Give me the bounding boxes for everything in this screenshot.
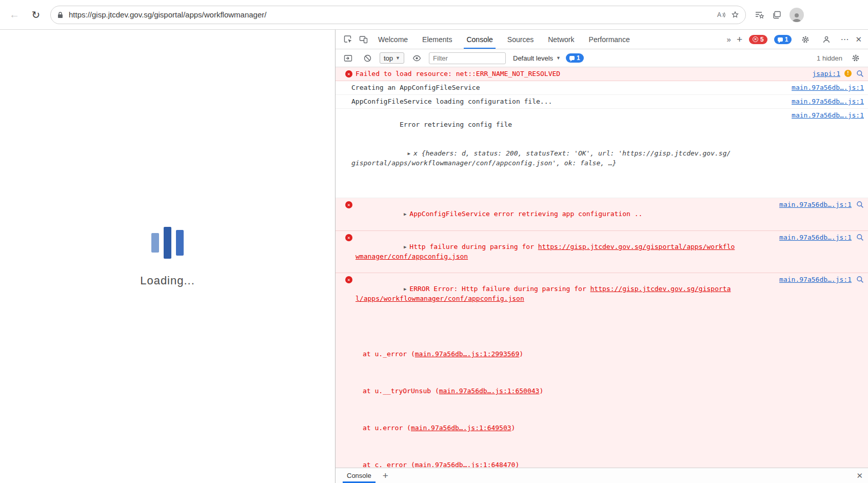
profile-avatar[interactable] xyxy=(790,8,804,22)
expand-caret-icon[interactable]: ▶ xyxy=(404,284,406,294)
stack-frame-link[interactable]: main.97a56db….js:1:650043 xyxy=(439,387,540,395)
drawer-tab-console[interactable]: Console xyxy=(341,468,378,483)
add-drawer-tab-button[interactable]: + xyxy=(383,470,388,481)
message-text: Failed to load resource: net::ERR_NAME_N… xyxy=(356,69,560,79)
tab-performance[interactable]: Performance xyxy=(582,30,637,49)
hidden-messages-label: 1 hidden xyxy=(817,54,842,62)
close-devtools-button[interactable]: ✕ xyxy=(855,35,862,44)
console-settings-gear-icon[interactable] xyxy=(849,51,863,65)
error-circle-icon: ✕ xyxy=(753,36,758,42)
expand-caret-icon[interactable]: ▶ xyxy=(404,242,406,252)
browser-toolbar: ← ↻ A xyxy=(0,0,868,30)
toolbar-issues-badge[interactable]: 1 xyxy=(566,53,584,63)
loading-indicator: Loading... xyxy=(0,225,335,287)
site-info-lock-icon[interactable] xyxy=(57,11,64,18)
close-drawer-button[interactable]: ✕ xyxy=(856,471,863,480)
refresh-icon[interactable]: ↻ xyxy=(29,8,43,22)
context-selector[interactable]: top ▼ xyxy=(380,52,404,64)
tab-console[interactable]: Console xyxy=(460,30,499,49)
source-link[interactable]: main.97a56db….js:1 xyxy=(779,200,852,209)
error-icon: ✕ xyxy=(345,276,352,283)
console-message-row: ✕ Failed to load resource: net::ERR_NAME… xyxy=(336,67,868,81)
message-text: ▶Http failure during parsing for https:/… xyxy=(356,233,738,271)
error-icon: ✕ xyxy=(345,70,352,78)
console-output: ✕ Failed to load resource: net::ERR_NAME… xyxy=(336,67,868,468)
source-link[interactable]: jsapi:1 xyxy=(812,69,840,79)
settings-gear-icon[interactable] xyxy=(798,33,813,46)
tab-network[interactable]: Network xyxy=(541,30,581,49)
chevron-down-icon: ▼ xyxy=(556,55,561,61)
stack-trace: at u._error main.97a56db….js:1:2993569 a… xyxy=(356,313,738,468)
console-message-row: ✕ ▶AppConfigFileService error retrieving… xyxy=(336,198,868,231)
web-page-viewport: Loading... xyxy=(0,30,336,483)
chevron-down-icon: ▼ xyxy=(396,55,400,61)
address-bar[interactable]: A xyxy=(50,6,746,24)
search-web-icon[interactable] xyxy=(856,200,864,208)
filter-input[interactable] xyxy=(429,52,506,64)
loading-label: Loading... xyxy=(140,274,195,287)
search-web-icon[interactable] xyxy=(856,275,864,283)
favorite-star-icon[interactable] xyxy=(731,11,739,19)
message-text: Error retrieving config file ▶x {headers… xyxy=(351,111,734,196)
live-expression-eye-icon[interactable] xyxy=(409,51,424,65)
issues-count-badge[interactable]: 1 xyxy=(774,35,792,44)
message-text: ▶ERROR Error: Http failure during parsin… xyxy=(356,275,738,468)
read-aloud-icon[interactable]: A xyxy=(717,11,726,19)
source-link[interactable]: main.97a56db….js:1 xyxy=(792,83,864,92)
feedback-icon[interactable] xyxy=(819,33,834,46)
add-tab-button[interactable]: + xyxy=(737,34,742,45)
search-web-icon[interactable] xyxy=(856,233,864,241)
devtools-menu-icon[interactable]: ⋯ xyxy=(840,34,849,44)
tab-sources[interactable]: Sources xyxy=(501,30,540,49)
issues-bubble-icon xyxy=(778,37,783,42)
console-message-row: ✕ ▶ERROR Error: Http failure during pars… xyxy=(336,273,868,468)
error-icon: ✕ xyxy=(345,201,352,208)
message-text: ▶AppConfigFileService error retrieving a… xyxy=(356,200,642,228)
stack-frame-link[interactable]: main.97a56db….js:1:649503 xyxy=(411,424,511,432)
stack-frame: at u._error main.97a56db….js:1:2993569 xyxy=(363,350,738,359)
warning-icon[interactable]: ! xyxy=(844,70,852,77)
source-link[interactable]: main.97a56db….js:1 xyxy=(779,233,852,242)
stack-frame: at u.__tryOrUnsub main.97a56db….js:1:650… xyxy=(363,387,738,396)
object-preview: ▶x {headers: d, status: 200, statusText:… xyxy=(351,140,734,177)
tab-elements[interactable]: Elements xyxy=(416,30,459,49)
more-tabs-chevron-icon[interactable]: » xyxy=(727,35,730,44)
source-link[interactable]: main.97a56db….js:1 xyxy=(792,97,864,106)
browser-window: ← ↻ A xyxy=(0,0,868,483)
stack-frame-link[interactable]: main.97a56db….js:1:2993569 xyxy=(415,350,520,358)
loading-bars-icon xyxy=(151,225,184,261)
source-link[interactable]: main.97a56db….js:1 xyxy=(792,111,864,120)
console-message-row: Creating an AppConfigFileService main.97… xyxy=(336,81,868,95)
console-message-row: ✕ ▶Http failure during parsing for https… xyxy=(336,231,868,273)
clear-console-icon[interactable] xyxy=(360,51,374,65)
error-icon: ✕ xyxy=(345,234,352,241)
stack-frame-link[interactable]: main.97a56db….js:1:648470 xyxy=(415,461,516,468)
svg-text:A: A xyxy=(717,11,721,18)
error-count-badge[interactable]: ✕ 5 xyxy=(749,35,767,44)
devtools-tabbar: Welcome Elements Console Sources Network… xyxy=(336,30,868,49)
source-link[interactable]: main.97a56db….js:1 xyxy=(779,275,852,284)
console-sidebar-toggle-icon[interactable] xyxy=(341,51,355,65)
inspect-element-icon[interactable] xyxy=(341,33,355,46)
issues-bubble-icon xyxy=(569,56,575,60)
collections-icon[interactable] xyxy=(773,11,781,19)
console-message-row: Error retrieving config file ▶x {headers… xyxy=(336,109,868,198)
devtools-drawer-bar: Console + ✕ xyxy=(336,468,868,483)
console-message-row: AppConfigFileService loading configurati… xyxy=(336,95,868,109)
console-toolbar: top ▼ Default levels ▼ 1 1 hidden xyxy=(336,49,868,67)
search-web-icon[interactable] xyxy=(856,69,864,78)
expand-caret-icon[interactable]: ▶ xyxy=(404,209,406,219)
url-input[interactable] xyxy=(69,10,712,19)
back-icon[interactable]: ← xyxy=(7,8,22,22)
expand-caret-icon[interactable]: ▶ xyxy=(408,149,410,158)
log-levels-dropdown[interactable]: Default levels ▼ xyxy=(513,54,561,62)
favorites-hub-icon[interactable] xyxy=(755,11,764,19)
device-toolbar-icon[interactable] xyxy=(356,33,370,46)
tab-welcome[interactable]: Welcome xyxy=(371,30,415,49)
stack-frame: at u.error main.97a56db….js:1:649503 xyxy=(363,423,738,433)
stack-frame: at c._error main.97a56db….js:1:648470 xyxy=(363,460,738,468)
message-text: Creating an AppConfigFileService xyxy=(351,83,480,92)
devtools-panel: Welcome Elements Console Sources Network… xyxy=(336,30,868,483)
browser-actions xyxy=(755,8,804,22)
message-text: AppConfigFileService loading configurati… xyxy=(351,97,552,106)
